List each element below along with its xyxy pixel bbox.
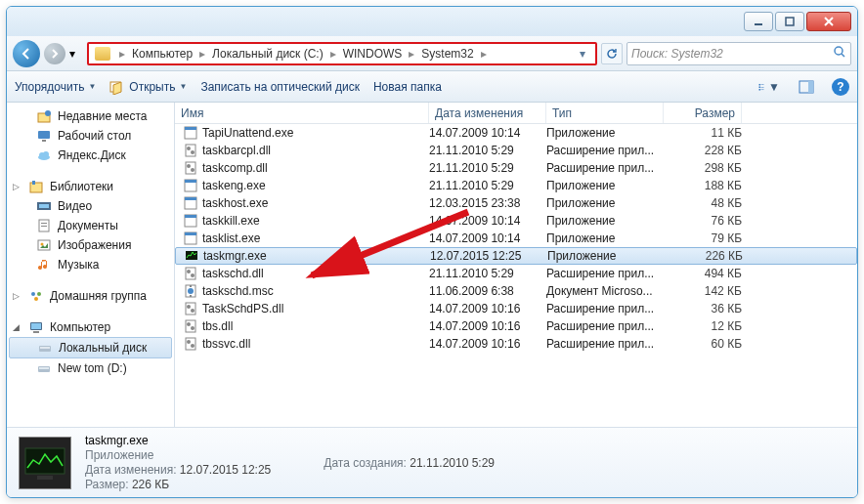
details-pane: taskmgr.exe Приложение Дата изменения: 1…: [7, 427, 857, 497]
details-filetype: Приложение: [85, 448, 271, 462]
file-name: TaskSchdPS.dll: [202, 302, 283, 315]
sidebar-item-homegroup[interactable]: ▷Домашняя группа: [7, 286, 174, 306]
file-row[interactable]: taskschd.msc11.06.2009 6:38Документ Micr…: [175, 282, 857, 300]
file-icon: [183, 301, 198, 316]
sidebar-item-desktop[interactable]: Рабочий стол: [7, 126, 174, 146]
file-type: Расширение прил...: [546, 144, 664, 157]
chevron-right-icon: ▸: [196, 47, 208, 61]
svg-rect-70: [37, 476, 53, 480]
crumb-windows[interactable]: WINDOWS: [341, 47, 405, 61]
svg-rect-32: [31, 323, 41, 329]
sidebar-item-music[interactable]: Музыка: [7, 255, 174, 274]
sidebar-item-computer[interactable]: ◢Компьютер: [7, 317, 174, 337]
svg-point-13: [45, 110, 51, 116]
file-row[interactable]: TaskSchdPS.dll14.07.2009 10:16Расширение…: [175, 300, 857, 317]
chevron-right-icon: ▸: [327, 47, 339, 61]
svg-rect-63: [186, 320, 195, 332]
svg-rect-22: [39, 204, 49, 208]
file-name: tbssvc.dll: [202, 337, 250, 351]
sidebar-item-newtom[interactable]: New tom (D:): [7, 358, 174, 378]
file-list: TapiUnattend.exe14.07.2009 10:14Приложен…: [175, 124, 857, 427]
file-type: Расширение прил...: [546, 319, 664, 333]
sidebar-item-recent[interactable]: Недавние места: [7, 106, 174, 126]
help-button[interactable]: ?: [832, 78, 849, 96]
crumb-disk[interactable]: Локальный диск (C:): [210, 47, 325, 61]
file-name: taskschd.msc: [202, 284, 274, 298]
svg-rect-40: [186, 145, 195, 156]
maximize-button[interactable]: [775, 12, 804, 31]
svg-rect-20: [32, 181, 35, 185]
organize-menu[interactable]: Упорядочить▼: [15, 80, 96, 94]
svg-rect-19: [30, 183, 42, 192]
chevron-right-icon: ▸: [116, 47, 128, 61]
address-dropdown[interactable]: ▾: [574, 45, 591, 63]
col-size[interactable]: Размер: [664, 103, 742, 123]
file-row[interactable]: taskkill.exe14.07.2009 10:14Приложение76…: [175, 212, 857, 230]
file-name: taskmgr.exe: [203, 249, 267, 263]
file-icon: [183, 213, 198, 229]
crumb-system32[interactable]: System32: [419, 47, 475, 61]
svg-rect-60: [186, 303, 195, 315]
file-type: Приложение: [546, 214, 664, 228]
file-size: 76 КБ: [664, 214, 742, 228]
sidebar-item-video[interactable]: Видео: [7, 196, 174, 216]
close-button[interactable]: [806, 12, 851, 31]
preview-pane-button[interactable]: [795, 76, 818, 98]
file-pane: Имя Дата изменения Тип Размер TapiUnatte…: [175, 103, 857, 427]
burn-button[interactable]: Записать на оптический диск: [200, 80, 360, 94]
file-name: taskeng.exe: [202, 179, 266, 192]
file-icon: [183, 125, 198, 141]
file-row[interactable]: taskeng.exe21.11.2010 5:29Приложение188 …: [175, 177, 857, 194]
file-row[interactable]: taskhost.exe12.03.2015 23:38Приложение48…: [175, 194, 857, 212]
file-row[interactable]: taskmgr.exe12.07.2015 12:25Приложение226…: [175, 247, 857, 265]
file-date: 21.11.2010 5:29: [429, 179, 546, 192]
svg-rect-6: [759, 86, 761, 88]
details-created: Дата создания: 21.11.2010 5:29: [324, 456, 495, 470]
col-date[interactable]: Дата изменения: [429, 103, 546, 123]
new-folder-button[interactable]: Новая папка: [373, 80, 442, 94]
file-row[interactable]: taskbarcpl.dll21.11.2010 5:29Расширение …: [175, 142, 857, 159]
file-row[interactable]: tbssvc.dll14.07.2009 10:16Расширение при…: [175, 335, 857, 353]
file-row[interactable]: TapiUnattend.exe14.07.2009 10:14Приложен…: [175, 124, 857, 142]
svg-rect-43: [186, 162, 195, 174]
file-icon: [183, 178, 198, 193]
expand-icon[interactable]: ▷: [13, 182, 20, 191]
details-filename: taskmgr.exe: [85, 434, 271, 447]
sidebar-item-documents[interactable]: Документы: [7, 216, 174, 235]
expand-icon[interactable]: ▷: [13, 291, 20, 301]
svg-rect-66: [186, 338, 195, 350]
svg-rect-0: [755, 23, 762, 25]
history-dropdown[interactable]: ▾: [69, 47, 83, 61]
open-button[interactable]: Открыть▼: [109, 79, 187, 95]
refresh-button[interactable]: [601, 43, 623, 64]
sidebar-item-libraries[interactable]: ▷Библиотеки: [7, 177, 174, 196]
file-row[interactable]: taskschd.dll21.11.2010 5:29Расширение пр…: [175, 265, 857, 282]
file-row[interactable]: tbs.dll14.07.2009 10:16Расширение прил..…: [175, 317, 857, 335]
svg-rect-39: [185, 127, 196, 130]
address-bar[interactable]: ▸ Компьютер ▸ Локальный диск (C:) ▸ WIND…: [87, 42, 597, 65]
back-button[interactable]: [13, 40, 40, 67]
collapse-icon[interactable]: ◢: [13, 322, 20, 332]
file-row[interactable]: tasklist.exe14.07.2009 10:14Приложение79…: [175, 230, 857, 247]
file-type: Расширение прил...: [546, 337, 664, 351]
sidebar-item-pictures[interactable]: Изображения: [7, 235, 174, 255]
disk-icon: [37, 340, 53, 356]
file-name: tbs.dll: [202, 319, 233, 333]
file-name: taskschd.dll: [202, 267, 264, 280]
sidebar-item-localdisk[interactable]: Локальный диск: [9, 337, 172, 358]
file-row[interactable]: taskcomp.dll21.11.2010 5:29Расширение пр…: [175, 159, 857, 177]
folder-icon: [95, 47, 110, 61]
forward-button[interactable]: [44, 43, 65, 64]
sidebar-item-yandex[interactable]: Яндекс.Диск: [7, 146, 174, 165]
file-size: 36 КБ: [664, 302, 742, 315]
col-name[interactable]: Имя: [175, 103, 429, 123]
minimize-button[interactable]: [744, 12, 773, 31]
crumb-computer[interactable]: Компьютер: [130, 47, 194, 61]
col-type[interactable]: Тип: [546, 103, 664, 123]
search-input[interactable]: Поиск: System32: [626, 42, 851, 65]
svg-rect-49: [185, 197, 196, 200]
file-icon: [183, 336, 198, 352]
svg-rect-25: [41, 226, 47, 227]
view-options-button[interactable]: ▼: [757, 76, 781, 98]
svg-rect-1: [786, 18, 794, 25]
